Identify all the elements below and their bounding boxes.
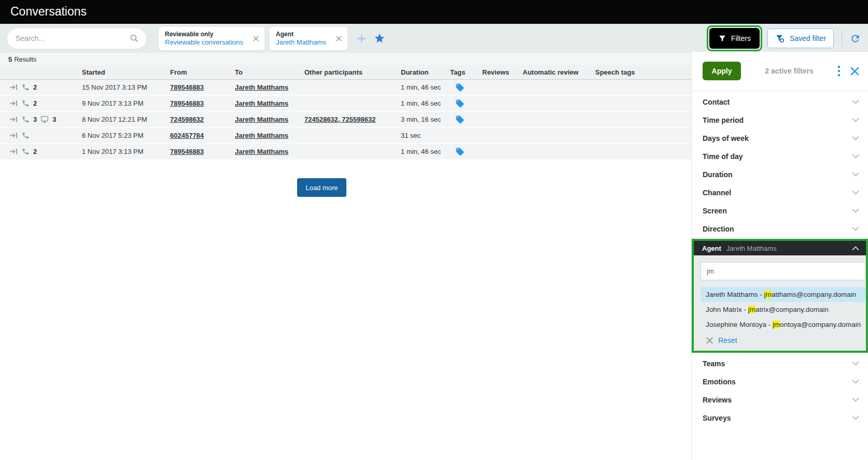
filter-section-agent[interactable]: Agent Jareth Matthams (694, 241, 866, 255)
filter-chip-reviewable[interactable]: Reviewable only Reviewable conversations (159, 27, 264, 50)
table-row[interactable]: 2 9 Nov 2017 3:13 PM 789546883 Jareth Ma… (0, 96, 691, 112)
chevron-down-icon[interactable] (852, 361, 859, 366)
chevron-down-icon[interactable] (852, 118, 859, 122)
filter-section-teams[interactable]: Teams (692, 354, 868, 372)
chip-value: Reviewable conversations (165, 39, 243, 46)
phone-count: 2 (33, 148, 37, 155)
page-title: Conversations (0, 0, 868, 19)
col-duration: Duration (401, 68, 450, 76)
close-icon (253, 35, 259, 42)
filters-button-label: Filters (731, 34, 751, 42)
inbound-direction-icon (9, 84, 18, 91)
search-input[interactable] (15, 34, 130, 43)
col-tags: Tags (450, 68, 482, 76)
search-box[interactable] (7, 28, 146, 49)
inbound-direction-icon (9, 132, 18, 139)
add-filter-button[interactable] (357, 34, 367, 44)
filter-section-direction[interactable]: Direction (692, 220, 868, 238)
phone-icon (22, 132, 30, 139)
from-link[interactable]: 789546883 (170, 148, 204, 155)
refresh-button[interactable] (850, 33, 861, 44)
filter-section-surveys[interactable]: Surveys (692, 409, 868, 427)
chevron-down-icon[interactable] (852, 99, 859, 104)
agent-option[interactable]: John Matrix - jmatrix@company.domain (701, 302, 866, 317)
results-bar: 5 Results (0, 53, 691, 65)
to-link[interactable]: Jareth Matthams (235, 99, 288, 107)
chevron-down-icon[interactable] (852, 190, 859, 195)
chevron-down-icon[interactable] (852, 397, 859, 402)
to-link[interactable]: Jareth Matthams (235, 132, 288, 139)
filter-section-emotions[interactable]: Emotions (692, 372, 868, 391)
filter-section-channel[interactable]: Channel (692, 183, 868, 202)
match-highlight: jm (764, 291, 772, 298)
filters-annotation-box: Filters (707, 25, 762, 51)
from-link[interactable]: 602457784 (170, 132, 204, 139)
agent-section-body: Jareth Matthams - jmatthams@company.doma… (694, 255, 866, 351)
saved-filter-button[interactable]: Saved filter (767, 28, 834, 48)
filter-panel: Apply 2 active filters Contact Time peri… (691, 52, 868, 460)
chevron-down-icon[interactable] (852, 136, 859, 140)
agent-option[interactable]: Josephine Montoya - jmontoya@company.dom… (701, 317, 866, 332)
from-link[interactable]: 789546883 (170, 83, 204, 91)
chevron-down-icon[interactable] (852, 379, 859, 384)
close-icon (335, 35, 342, 42)
duration-cell: 3 min, 16 sec (401, 116, 450, 123)
chevron-down-icon[interactable] (852, 154, 859, 159)
table-row[interactable]: 2 15 Nov 2017 3:13 PM 789546883 Jareth M… (0, 80, 691, 96)
load-more-button[interactable]: Load more (297, 178, 346, 197)
chevron-down-icon[interactable] (852, 172, 859, 177)
to-link[interactable]: Jareth Matthams (235, 116, 288, 123)
from-link[interactable]: 789546883 (170, 99, 204, 107)
chevron-up-icon[interactable] (852, 246, 859, 251)
favorite-button[interactable] (374, 33, 385, 44)
filter-section-time-of-day[interactable]: Time of day (692, 147, 868, 165)
close-filters-button[interactable] (850, 66, 860, 76)
filter-sections: Contact Time period Days of week Time of… (692, 91, 868, 238)
results-label: Results (14, 55, 36, 63)
reset-label: Reset (718, 336, 737, 344)
agent-option[interactable]: Jareth Matthams - jmatthams@company.doma… (701, 287, 866, 302)
filter-section-duration[interactable]: Duration (692, 165, 868, 183)
chip-remove-button[interactable] (250, 33, 261, 44)
screen-icon (40, 116, 49, 123)
filter-chip-agent[interactable]: Agent Jareth Matthams (270, 27, 347, 50)
reset-button[interactable]: Reset (706, 336, 737, 344)
to-link[interactable]: Jareth Matthams (235, 83, 288, 91)
close-icon (850, 66, 860, 76)
started-cell: 1 Nov 2017 3:13 PM (82, 148, 170, 155)
filter-section-time-period[interactable]: Time period (692, 111, 868, 129)
duration-cell: 31 sec (401, 132, 450, 139)
phone-icon (22, 148, 30, 155)
inbound-direction-icon (9, 148, 18, 155)
chevron-down-icon[interactable] (852, 415, 859, 420)
from-link[interactable]: 724598632 (170, 116, 204, 123)
filter-section-reviews[interactable]: Reviews (692, 391, 868, 409)
agent-search-input[interactable] (701, 262, 865, 280)
col-to: To (235, 68, 304, 76)
other-participants-link[interactable]: 724528632, 725598632 (304, 116, 375, 123)
duration-cell: 1 min, 46 sec (401, 83, 450, 91)
chevron-down-icon[interactable] (852, 226, 859, 231)
to-link[interactable]: Jareth Matthams (235, 148, 288, 155)
filter-section-contact[interactable]: Contact (692, 93, 868, 111)
panel-menu-button[interactable] (837, 65, 841, 77)
apply-button[interactable]: Apply (703, 62, 741, 80)
filters-button[interactable]: Filters (709, 28, 760, 49)
search-icon (130, 34, 139, 43)
filter-section-days-of-week[interactable]: Days of week (692, 129, 868, 147)
started-cell: 9 Nov 2017 3:13 PM (82, 99, 170, 107)
results-count: 5 (8, 55, 12, 63)
table-row[interactable]: 2 1 Nov 2017 3:13 PM 789546883 Jareth Ma… (0, 144, 691, 160)
phone-count: 2 (33, 83, 37, 91)
chip-remove-button[interactable] (333, 33, 344, 44)
filter-icon (718, 34, 726, 42)
chevron-down-icon[interactable] (852, 208, 859, 213)
table-row[interactable]: 6 Nov 2017 5:23 PM 602457784 Jareth Matt… (0, 128, 691, 144)
tag-icon (455, 83, 465, 92)
table-row[interactable]: 3 3 8 Nov 2017 12:21 PM 724598632 Jareth… (0, 112, 691, 128)
filter-section-screen[interactable]: Screen (692, 202, 868, 220)
saved-filter-icon (775, 34, 785, 44)
col-from: From (170, 68, 235, 76)
tag-icon (455, 99, 465, 108)
col-started: Started (82, 68, 170, 76)
